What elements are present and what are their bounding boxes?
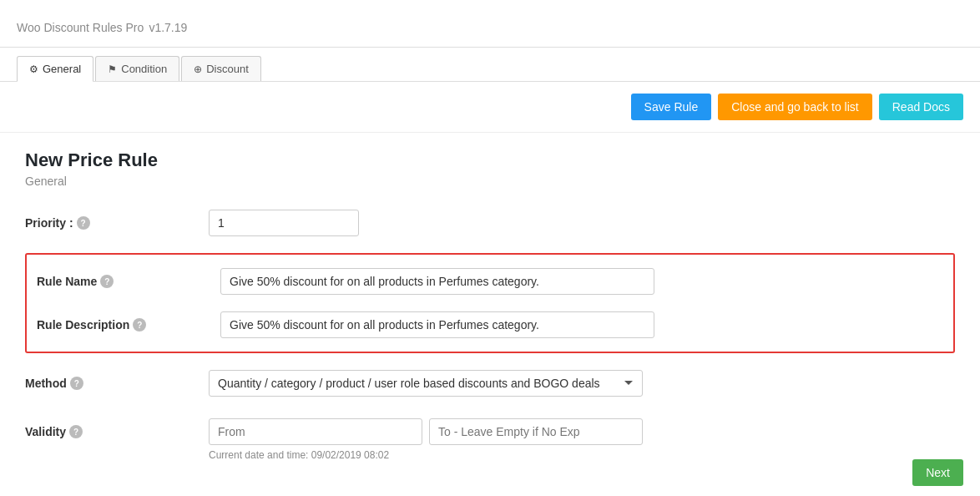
priority-row: Priority : ? — [25, 205, 955, 241]
validity-row: Validity ? Current date and time: 09/02/… — [25, 413, 955, 466]
validity-inputs — [209, 418, 643, 445]
tab-general[interactable]: ⚙ General — [17, 56, 93, 82]
tab-discount[interactable]: ⊕ Discount — [181, 56, 261, 81]
save-rule-button[interactable]: Save Rule — [631, 94, 712, 120]
condition-tab-icon: ⚑ — [108, 63, 117, 75]
rule-name-input[interactable] — [220, 268, 654, 295]
rule-description-input[interactable] — [220, 311, 654, 338]
rule-description-help-icon[interactable]: ? — [133, 318, 146, 332]
method-select[interactable]: Quantity / category / product / user rol… — [209, 370, 643, 397]
page-wrapper: Woo Discount Rules Pro v1.7.19 ⚙ General… — [0, 0, 980, 496]
section-title: New Price Rule — [25, 149, 955, 171]
page-header: Woo Discount Rules Pro v1.7.19 — [0, 0, 980, 48]
validity-label: Validity ? — [25, 418, 209, 438]
validity-from-input[interactable] — [209, 418, 422, 445]
form-section: New Price Rule General Priority : ? Rule… — [0, 133, 980, 496]
discount-tab-icon: ⊕ — [194, 63, 202, 75]
method-field: Quantity / category / product / user rol… — [209, 370, 955, 397]
general-tab-icon: ⚙ — [29, 63, 38, 75]
rule-name-help-icon[interactable]: ? — [100, 275, 114, 288]
validity-to-input[interactable] — [429, 418, 643, 445]
rule-name-label: Rule Name ? — [37, 268, 220, 288]
method-label: Method ? — [25, 370, 209, 390]
date-hint: Current date and time: 09/02/2019 08:02 — [209, 449, 955, 461]
page-title: Woo Discount Rules Pro v1.7.19 — [17, 15, 963, 37]
priority-input[interactable] — [209, 210, 359, 236]
method-row: Method ? Quantity / category / product /… — [25, 365, 955, 402]
priority-field — [209, 210, 955, 236]
highlighted-fields: Rule Name ? Rule Description ? — [25, 253, 955, 353]
next-button-wrapper: Next — [912, 459, 963, 486]
rule-description-label: Rule Description ? — [37, 311, 220, 332]
rule-name-field — [220, 268, 943, 295]
rule-description-row: Rule Description ? — [37, 306, 943, 343]
validity-field: Current date and time: 09/02/2019 08:02 — [209, 418, 955, 461]
tabs-bar: ⚙ General ⚑ Condition ⊕ Discount — [0, 48, 980, 82]
rule-name-row: Rule Name ? — [37, 263, 943, 300]
section-subtitle: General — [25, 175, 955, 188]
close-back-button[interactable]: Close and go back to list — [718, 94, 872, 120]
rule-description-field — [220, 311, 943, 338]
toolbar: Save Rule Close and go back to list Read… — [0, 82, 980, 133]
read-docs-button[interactable]: Read Docs — [879, 94, 963, 120]
priority-help-icon[interactable]: ? — [77, 216, 90, 230]
tab-condition[interactable]: ⚑ Condition — [95, 56, 179, 81]
priority-label: Priority : ? — [25, 210, 209, 230]
validity-help-icon[interactable]: ? — [69, 425, 83, 438]
next-button[interactable]: Next — [912, 459, 963, 486]
method-help-icon[interactable]: ? — [70, 377, 83, 390]
